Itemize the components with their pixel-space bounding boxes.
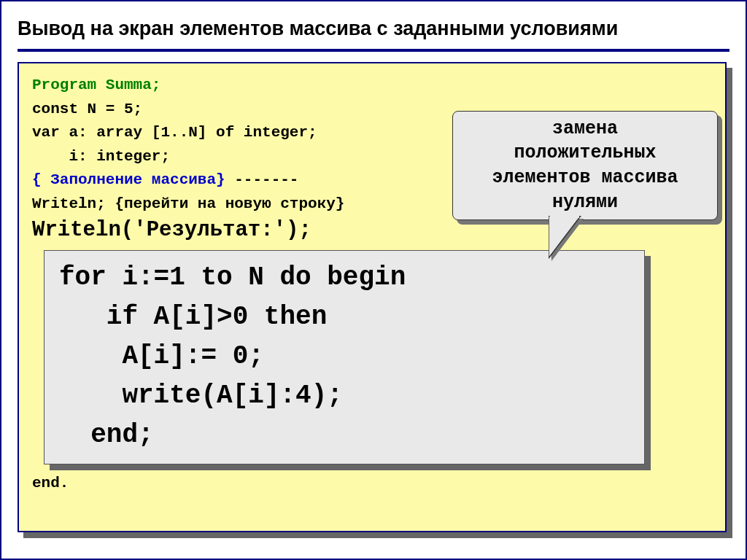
slide: Вывод на экран элементов массива с задан… (0, 0, 747, 560)
svg-marker-2 (550, 216, 579, 218)
code-span: ------- (225, 171, 299, 188)
callout-box: замена положительных элементов массива н… (452, 111, 718, 220)
inner-code-box: for i:=1 to N do begin if A[i]>0 then A[… (44, 250, 645, 464)
code-line: for i:=1 to N do begin (59, 262, 406, 292)
svg-marker-1 (549, 216, 581, 258)
code-line: if A[i]>0 then (59, 302, 327, 332)
code-line: end. (32, 472, 712, 496)
callout-line: элементов массива (492, 167, 678, 188)
code-container: Program Summa; const N = 5; var a: array… (18, 62, 727, 536)
slide-title: Вывод на экран элементов массива с задан… (18, 18, 729, 40)
code-span: { Заполнение массива} (32, 171, 225, 188)
callout-line: положительных (514, 142, 656, 163)
code-box: Program Summa; const N = 5; var a: array… (18, 62, 727, 532)
code-line: A[i]:= 0; (59, 341, 264, 371)
code-line: write(A[i]:4); (59, 381, 343, 411)
callout-text: замена положительных элементов массива н… (492, 117, 678, 215)
code-line: end; (59, 420, 154, 450)
title-underline (18, 49, 729, 52)
callout-line: замена (552, 118, 618, 139)
callout-tail-icon (549, 216, 607, 267)
code-line: Program Summa; (32, 74, 712, 98)
callout-line: нулями (552, 192, 618, 213)
